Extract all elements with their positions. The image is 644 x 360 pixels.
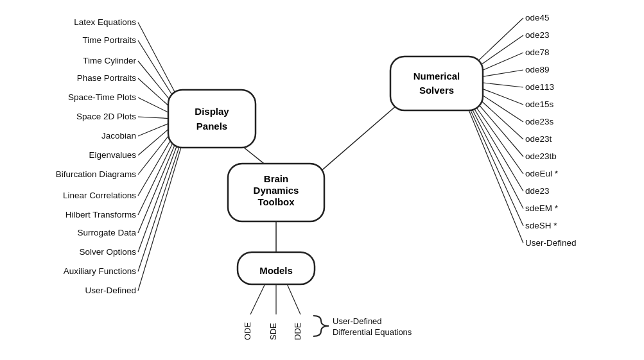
- svg-text:Space-Time Plots: Space-Time Plots: [68, 92, 136, 102]
- svg-text:Time Portraits: Time Portraits: [82, 35, 136, 45]
- svg-text:Space 2D Plots: Space 2D Plots: [76, 112, 136, 121]
- svg-text:ode89: ode89: [525, 65, 550, 74]
- svg-line-13: [138, 135, 183, 271]
- models-label: Models: [259, 265, 293, 276]
- brace-label1: User-Defined: [333, 316, 382, 326]
- svg-text:Eigenvalues: Eigenvalues: [89, 150, 136, 160]
- brace-label2: Differential Equations: [333, 327, 412, 337]
- svg-text:User-Defined: User-Defined: [85, 286, 136, 295]
- svg-text:Solver Options: Solver Options: [79, 247, 136, 257]
- display-panels-node: [168, 90, 256, 148]
- svg-text:ode23: ode23: [525, 30, 550, 40]
- svg-text:Linear Correlations: Linear Correlations: [63, 191, 136, 200]
- sde-label: SDE: [268, 323, 278, 340]
- svg-text:dde23: dde23: [525, 186, 550, 196]
- svg-text:Hilbert Transforms: Hilbert Transforms: [65, 210, 137, 219]
- svg-text:Jacobian: Jacobian: [101, 131, 136, 141]
- dde-label: DDE: [293, 322, 302, 340]
- svg-line-28: [467, 105, 523, 243]
- brace-icon: [313, 316, 329, 336]
- svg-text:User-Defined: User-Defined: [525, 238, 577, 248]
- svg-line-30: [315, 101, 401, 176]
- display-panels-label2: Panels: [196, 121, 227, 132]
- svg-text:ode78: ode78: [525, 47, 550, 57]
- svg-text:ode23s: ode23s: [525, 117, 554, 126]
- svg-text:odeEul *: odeEul *: [525, 169, 559, 178]
- svg-text:sdeSH *: sdeSH *: [525, 221, 557, 230]
- svg-line-34: [286, 281, 300, 314]
- svg-text:ode15s: ode15s: [525, 99, 554, 109]
- svg-line-12: [138, 134, 181, 252]
- brain-dynamics-label1: Brain: [264, 173, 288, 184]
- numerical-solvers-node: [390, 56, 483, 110]
- svg-text:Auxiliary Functions: Auxiliary Functions: [64, 266, 137, 276]
- brain-dynamics-label2: Dynamics: [254, 185, 299, 196]
- numerical-solvers-label2: Solvers: [419, 85, 454, 96]
- svg-text:Time Cylinder: Time Cylinder: [83, 56, 136, 65]
- svg-text:Phase Portraits: Phase Portraits: [77, 73, 137, 83]
- display-items: Latex Equations Time Portraits Time Cyli…: [56, 17, 137, 295]
- svg-text:Latex Equations: Latex Equations: [74, 17, 136, 27]
- svg-text:ode23t: ode23t: [525, 134, 552, 144]
- brain-dynamics-label3: Toolbox: [257, 196, 295, 207]
- svg-text:Surrogate Data: Surrogate Data: [77, 228, 136, 237]
- svg-line-32: [250, 281, 266, 314]
- svg-text:sdeEM *: sdeEM *: [525, 203, 559, 213]
- numerical-solvers-label1: Numerical: [413, 71, 460, 81]
- svg-line-24: [469, 98, 523, 174]
- svg-text:ode23tb: ode23tb: [525, 151, 557, 161]
- display-panels-label: Display: [195, 106, 229, 117]
- svg-text:ode113: ode113: [525, 82, 554, 92]
- svg-text:ode45: ode45: [525, 13, 550, 22]
- svg-line-26: [468, 101, 523, 209]
- ode-label: ODE: [243, 322, 252, 341]
- svg-text:Bifurcation Diagrams: Bifurcation Diagrams: [56, 169, 137, 179]
- solver-items: ode45 ode23 ode78 ode89 ode113 ode15s od…: [525, 13, 577, 248]
- svg-line-27: [467, 103, 523, 226]
- svg-line-14: [138, 137, 184, 291]
